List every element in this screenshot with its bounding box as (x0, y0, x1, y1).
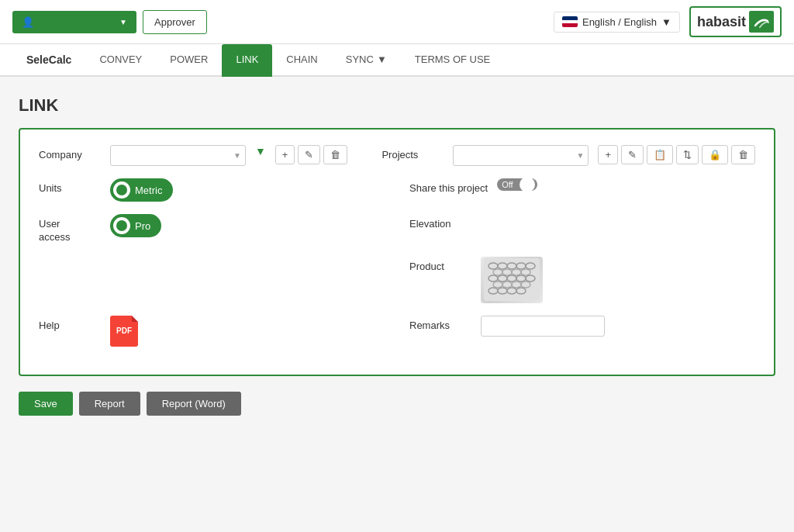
company-col: Company ▼ ▼ + ✎ 🗑 (39, 145, 357, 166)
share-project-toggle[interactable]: Off (497, 178, 537, 191)
habasit-logo: habasit (689, 6, 782, 37)
top-bar-left: 👤 ▼ Approver (12, 10, 207, 34)
pdf-help-button[interactable]: PDF (110, 316, 138, 347)
nav-item-sync[interactable]: SYNC ▼ (332, 44, 401, 77)
product-row: Product (39, 257, 755, 303)
help-col: Help PDF (39, 316, 385, 347)
top-bar: 👤 ▼ Approver English / English ▼ habasit (0, 0, 794, 44)
projects-action-btns: + ✎ 📋 ⇅ 🔒 🗑 (598, 145, 755, 164)
toggle-off-label: Off (499, 180, 516, 189)
pro-switch-inner (116, 220, 127, 231)
company-edit-button[interactable]: ✎ (298, 145, 320, 164)
company-select-wrapper: ▼ (110, 145, 246, 166)
user-access-pro-label: Pro (135, 220, 150, 232)
remarks-label: Remarks (409, 316, 471, 331)
product-label: Product (409, 257, 471, 272)
sync-dropdown-arrow: ▼ (377, 54, 387, 65)
elevation-col: Elevation (409, 214, 755, 230)
save-button[interactable]: Save (19, 392, 73, 416)
remarks-col: Remarks (409, 316, 755, 337)
user-icon: 👤 (22, 16, 34, 28)
projects-col: Projects ▼ + ✎ 📋 ⇅ 🔒 🗑 (381, 145, 755, 166)
projects-edit-button[interactable]: ✎ (621, 145, 644, 164)
company-action-btns: + ✎ 🗑 (275, 145, 348, 164)
projects-label: Projects (381, 145, 444, 161)
approver-button[interactable]: Approver (143, 10, 207, 34)
nav-item-terms[interactable]: TERMS OF USE (401, 44, 505, 77)
projects-add-button[interactable]: + (598, 145, 618, 164)
language-dropdown[interactable]: English / English ▼ (554, 12, 680, 33)
user-access-label: Useraccess (39, 214, 101, 244)
top-bar-right: English / English ▼ habasit (554, 6, 782, 37)
logo-green-box (749, 11, 774, 33)
remarks-input[interactable] (481, 316, 605, 337)
share-col: Share this project Off (409, 178, 755, 194)
language-label: English / English (582, 16, 657, 28)
pdf-label: PDF (116, 326, 132, 335)
company-delete-button[interactable]: 🗑 (323, 145, 347, 164)
user-access-pro-toggle[interactable]: Pro (110, 214, 161, 237)
share-label: Share this project (409, 178, 488, 194)
flag-icon (562, 16, 578, 27)
user-access-col: Useraccess Pro (39, 214, 385, 244)
pdf-icon-body: PDF (110, 316, 138, 347)
nav-brand: SeleCalc (12, 44, 85, 75)
nav-item-convey[interactable]: CONVEY (85, 44, 156, 77)
projects-select[interactable] (453, 145, 589, 166)
company-label: Company (39, 145, 101, 161)
user-dropdown[interactable]: 👤 ▼ (12, 11, 136, 33)
page-title: LINK (19, 95, 775, 116)
pro-switch-circle (113, 217, 130, 234)
projects-delete-button[interactable]: 🗑 (731, 145, 755, 164)
language-arrow: ▼ (661, 16, 671, 28)
dropdown-arrow: ▼ (119, 18, 127, 26)
units-metric-toggle[interactable]: Metric (110, 178, 173, 202)
main-content: LINK Company ▼ ▼ + ✎ 🗑 Proje (0, 77, 794, 434)
projects-copy-button[interactable]: 📋 (647, 145, 673, 164)
units-switch-circle (113, 181, 130, 199)
form-card: Company ▼ ▼ + ✎ 🗑 Projects (19, 128, 775, 376)
units-metric-label: Metric (135, 185, 162, 196)
company-projects-row: Company ▼ ▼ + ✎ 🗑 Projects (39, 145, 755, 166)
report-button[interactable]: Report (79, 392, 140, 416)
toggle-knob (520, 177, 535, 192)
product-col: Product (409, 257, 755, 303)
nav-item-link[interactable]: LINK (222, 44, 272, 77)
units-share-row: Units Metric Share this project Off (39, 178, 755, 202)
company-filter-icon[interactable]: ▼ (255, 145, 266, 157)
projects-move-button[interactable]: ⇅ (676, 145, 699, 164)
logo-swoosh-icon (754, 15, 769, 29)
pdf-icon-fold (132, 316, 138, 322)
help-label: Help (39, 316, 101, 331)
elevation-label: Elevation (409, 214, 471, 230)
nav-item-chain[interactable]: CHAIN (272, 44, 331, 77)
useraccess-elevation-row: Useraccess Pro Elevation (39, 214, 755, 244)
company-add-button[interactable]: + (275, 145, 295, 164)
projects-lock-button[interactable]: 🔒 (702, 145, 728, 164)
chain-product-icon (484, 258, 540, 301)
units-label: Units (39, 178, 101, 194)
units-col: Units Metric (39, 178, 385, 202)
nav-item-power[interactable]: POWER (156, 44, 222, 77)
projects-select-wrapper: ▼ (453, 145, 589, 166)
units-switch-inner (116, 185, 127, 195)
report-word-button[interactable]: Report (Word) (147, 392, 241, 416)
nav-bar: SeleCalc CONVEY POWER LINK CHAIN SYNC ▼ … (0, 44, 794, 77)
company-select[interactable] (110, 145, 246, 166)
bottom-buttons: Save Report Report (Word) (19, 392, 775, 416)
logo-text: habasit (697, 14, 746, 30)
product-image (481, 257, 543, 303)
help-remarks-row: Help PDF Remarks (39, 316, 755, 347)
